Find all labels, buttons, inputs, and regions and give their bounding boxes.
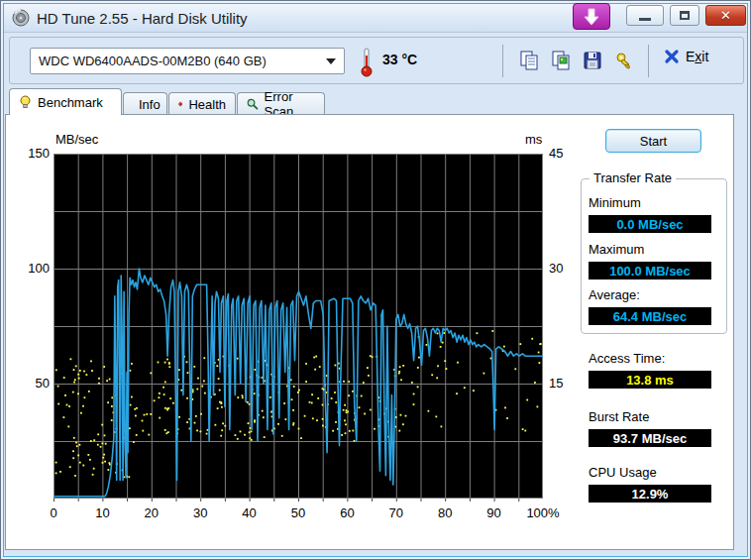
tab-info[interactable]: Info [123,92,167,115]
options-icon [613,50,635,71]
minimize-button[interactable] [626,5,664,26]
y-right-tick-label: 15 [549,376,579,391]
average-value: 64.4 MB/sec [589,307,711,325]
exit-label: Exit [686,49,708,64]
tab-health-label: Health [188,97,226,112]
options-button[interactable] [612,49,636,72]
magnifier-icon [247,97,259,111]
save-floppy-icon [582,50,603,71]
toolbar-separator [502,45,503,77]
chevron-down-icon [326,58,336,64]
average-label: Average: [589,287,640,302]
app-window: HD Tune 2.55 - Hard Disk Utility ✕ WDC W… [0,0,751,560]
drive-select-value: WDC WD6400AADS-00M2B0 (640 GB) [39,54,267,68]
minimize-icon [639,18,651,21]
y-axis-right-title: ms [525,132,542,147]
lightbulb-icon [19,95,32,110]
close-icon: ✕ [720,9,731,22]
toolbar-separator [648,45,649,77]
exit-button[interactable]: Exit [664,49,708,64]
tab-benchmark-label: Benchmark [38,95,103,110]
health-cross-icon [178,97,182,111]
x-tick-label: 60 [325,505,369,520]
x-tick-label: 0 [32,505,75,520]
y-right-tick-label: 45 [549,146,579,161]
maximize-button[interactable] [670,5,699,26]
minimum-value: 0.0 MB/sec [589,215,711,233]
maximize-icon [680,11,690,20]
access-time-value: 13.8 ms [589,371,711,389]
toolbar: WDC WD6400AADS-00M2B0 (640 GB) 33 °C [9,37,744,84]
tab-info-label: Info [139,97,161,112]
y-left-tick-label: 50 [20,376,50,391]
hard-disk-icon [12,9,30,27]
drive-select[interactable]: WDC WD6400AADS-00M2B0 (640 GB) [30,48,345,74]
benchmark-plot [54,154,543,503]
copy-image-button[interactable] [549,49,573,72]
start-button[interactable]: Start [605,129,701,153]
copy-text-button[interactable] [517,49,541,72]
save-button[interactable] [581,49,604,72]
thermometer-icon [359,46,375,77]
tab-error-scan[interactable]: Error Scan [237,92,325,115]
window-title: HD Tune 2.55 - Hard Disk Utility [37,10,248,27]
x-tick-label: 30 [178,505,222,520]
burst-rate-label: Burst Rate [589,409,649,424]
burst-rate-value: 93.7 MB/sec [589,429,711,447]
exit-x-icon [664,49,680,64]
download-overlay-button[interactable] [573,3,610,30]
temperature-value: 33 °C [382,52,417,67]
x-tick-label: 70 [375,505,418,520]
y-right-tick-label: 30 [549,261,579,276]
x-tick-label: 20 [130,505,173,520]
tab-health[interactable]: Health [168,92,236,115]
y-left-tick-label: 100 [20,261,50,276]
minimum-label: Minimum [589,195,641,210]
y-left-tick-label: 150 [20,146,50,161]
access-time-label: Access Time: [589,351,665,366]
x-tick-label: 50 [276,505,320,520]
y-axis-left-title: MB/sec [55,132,98,147]
x-tick-label: 40 [228,505,271,520]
benchmark-page: MB/sec ms 150100504530150102030405060708… [5,114,734,550]
transfer-rate-group-title: Transfer Rate [590,170,676,185]
download-arrow-icon [582,8,601,26]
copy-image-icon [550,50,572,71]
close-button[interactable]: ✕ [705,5,746,26]
x-tick-label: 90 [473,505,516,520]
cpu-usage-label: CPU Usage [589,465,657,480]
maximum-label: Maximum [589,242,644,257]
copy-text-icon [518,50,540,71]
x-tick-label: 80 [423,505,467,520]
maximum-value: 100.0 MB/sec [589,262,711,280]
tab-benchmark[interactable]: Benchmark [9,88,122,115]
x-tick-label: 100% [521,505,565,520]
cpu-usage-value: 12.9% [589,485,711,503]
x-tick-label: 10 [80,505,124,520]
